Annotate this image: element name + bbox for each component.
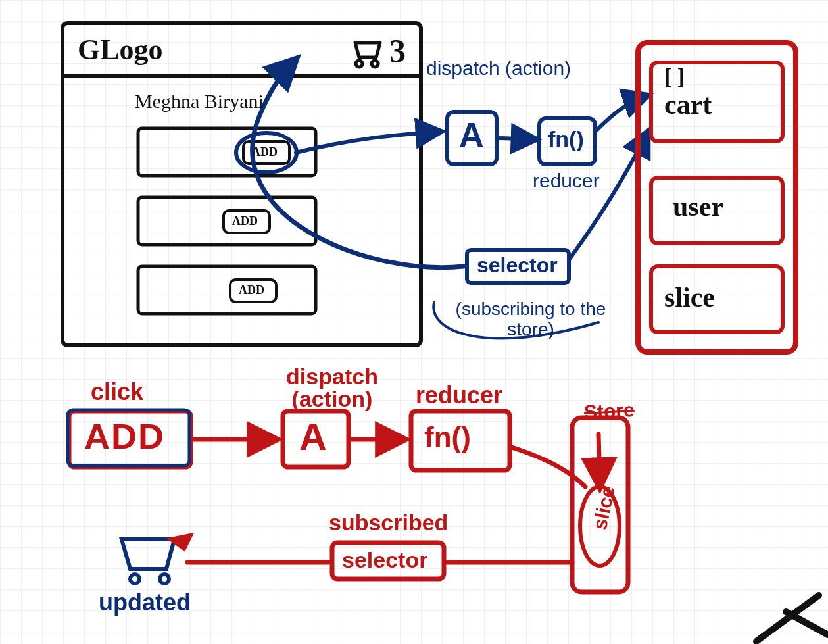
recap-action-a: A — [299, 414, 327, 458]
recap-reducer-label: reducer — [416, 382, 502, 409]
recap-add[interactable]: ADD — [84, 416, 165, 457]
cart-count: 3 — [389, 32, 406, 70]
diagram-canvas: GLogo 3 Meghna Biryani ADD ADD ADD dispa… — [0, 0, 828, 644]
action-symbol: A — [459, 115, 484, 155]
product-title: Meghna Biryani — [135, 90, 264, 112]
recap-click: click — [91, 378, 143, 406]
svg-point-24 — [160, 574, 169, 583]
store-user: user — [673, 191, 723, 222]
store-cart: cart — [664, 89, 712, 120]
dispatch-label: dispatch (action) — [426, 58, 571, 79]
recap-updated: updated — [99, 589, 191, 616]
subscribe-note: (subscribing to the store) — [445, 299, 616, 340]
selector-label: selector — [477, 253, 558, 278]
reducer-fn: fn() — [548, 126, 584, 152]
add-button-3[interactable]: ADD — [239, 284, 264, 297]
recap-subscribed: subscribed — [329, 510, 448, 535]
logo-text: GLogo — [78, 33, 163, 66]
recap-selector: selector — [342, 547, 427, 573]
cart-items-icon: [ ] — [664, 64, 685, 89]
svg-rect-7 — [138, 266, 316, 314]
add-button-1[interactable]: ADD — [252, 145, 278, 159]
recap-reducer-fn: fn() — [424, 421, 471, 454]
recap-store: Store — [583, 399, 635, 424]
store-slice: slice — [664, 282, 715, 313]
svg-point-23 — [130, 574, 139, 583]
reducer-label: reducer — [533, 170, 600, 192]
recap-dispatch: dispatch (action) — [266, 365, 398, 410]
add-button-2[interactable]: ADD — [232, 214, 258, 228]
